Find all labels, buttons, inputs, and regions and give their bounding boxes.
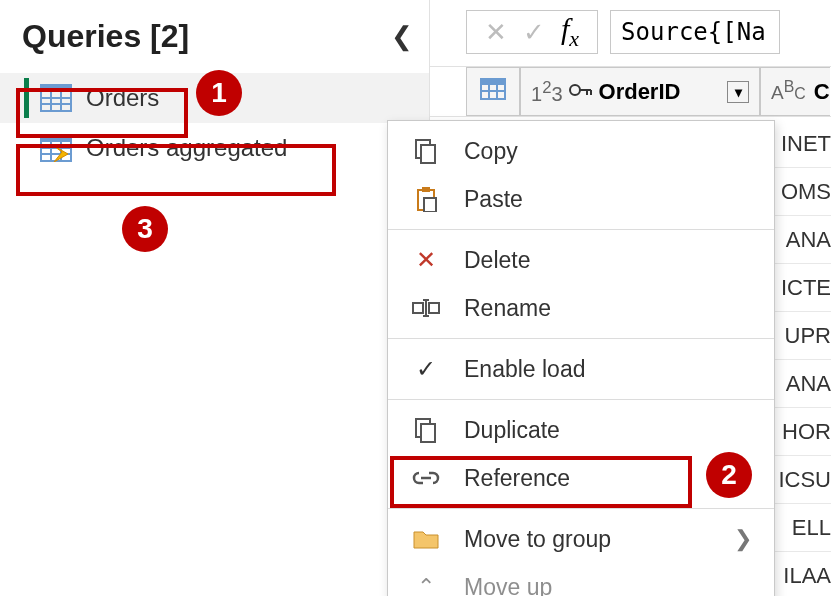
table-row[interactable]: OMS [771,168,831,216]
key-icon [569,79,593,105]
table-row[interactable]: ICSU [771,456,831,504]
menu-rename[interactable]: Rename [388,284,774,332]
menu-enable-load[interactable]: ✓ Enable load [388,345,774,393]
reference-icon [410,469,442,487]
collapse-panel-button[interactable]: ❮ [391,21,429,52]
column-orderid[interactable]: 123 OrderID ▾ [520,67,760,116]
text-type-icon: ABC [771,78,806,104]
cancel-formula-icon[interactable]: ✕ [485,17,507,48]
column-partial[interactable]: ABC C [760,67,830,116]
svg-rect-25 [424,198,436,212]
menu-label: Copy [464,138,518,165]
data-rows-partial: INET OMS ANA ICTE UPR ANA HOR ICSU ELL I… [771,120,831,596]
menu-duplicate[interactable]: Duplicate [388,406,774,454]
confirm-formula-icon[interactable]: ✓ [523,17,545,48]
table-row[interactable]: ILAA [771,552,831,596]
rename-icon [410,298,442,318]
table-row[interactable]: ICTE [771,264,831,312]
table-grid-icon [480,78,506,106]
menu-label: Move up [464,574,552,597]
check-icon: ✓ [410,355,442,383]
table-icon [40,84,72,112]
svg-rect-13 [481,79,505,85]
menu-label: Rename [464,295,551,322]
query-item-orders[interactable]: Orders [0,73,429,123]
svg-rect-7 [41,135,71,142]
chevron-right-icon: ❯ [734,526,752,552]
copy-icon [410,138,442,164]
menu-label: Enable load [464,356,586,383]
column-filter-dropdown[interactable]: ▾ [727,81,749,103]
table-row[interactable]: ANA [771,216,831,264]
table-aggregate-icon [40,134,72,162]
table-row[interactable]: HOR [771,408,831,456]
menu-label: Delete [464,247,530,274]
menu-label: Reference [464,465,570,492]
query-label: Orders [86,84,159,112]
svg-point-17 [570,85,580,95]
delete-icon: ✕ [410,246,442,274]
svg-rect-22 [421,145,435,163]
svg-rect-1 [41,85,71,92]
menu-delete[interactable]: ✕ Delete [388,236,774,284]
svg-rect-26 [413,303,423,313]
formula-input[interactable] [610,10,780,54]
queries-panel: Queries [2] ❮ Orders [0,0,430,596]
svg-rect-27 [429,303,439,313]
annotation-badge-3: 3 [122,206,168,252]
query-context-menu: Copy Paste ✕ Delete Rename ✓ Enable load… [387,120,775,596]
menu-paste[interactable]: Paste [388,175,774,223]
svg-rect-24 [422,187,430,192]
menu-reference[interactable]: Reference [388,454,774,502]
formula-buttons: ✕ ✓ fx [466,10,598,54]
query-item-orders-aggregated[interactable]: Orders aggregated [0,123,429,173]
queries-panel-title: Queries [2] [22,18,189,55]
table-row[interactable]: ELL [771,504,831,552]
menu-move-to-group[interactable]: Move to group ❯ [388,515,774,563]
folder-icon [410,528,442,550]
menu-move-up[interactable]: ⌃ Move up [388,563,774,596]
row-index-column[interactable] [466,67,520,116]
table-row[interactable]: INET [771,120,831,168]
paste-icon [410,186,442,212]
duplicate-icon [410,417,442,443]
menu-label: Paste [464,186,523,213]
fx-icon[interactable]: fx [561,12,579,52]
numeric-type-icon: 123 [531,78,563,106]
move-up-icon: ⌃ [410,574,442,596]
menu-copy[interactable]: Copy [388,127,774,175]
table-row[interactable]: UPR [771,312,831,360]
table-row[interactable]: ANA [771,360,831,408]
column-partial-label: C [814,79,830,105]
column-label: OrderID [599,79,681,105]
menu-label: Move to group [464,526,611,553]
menu-label: Duplicate [464,417,560,444]
query-label: Orders aggregated [86,134,287,162]
svg-rect-32 [421,424,435,442]
